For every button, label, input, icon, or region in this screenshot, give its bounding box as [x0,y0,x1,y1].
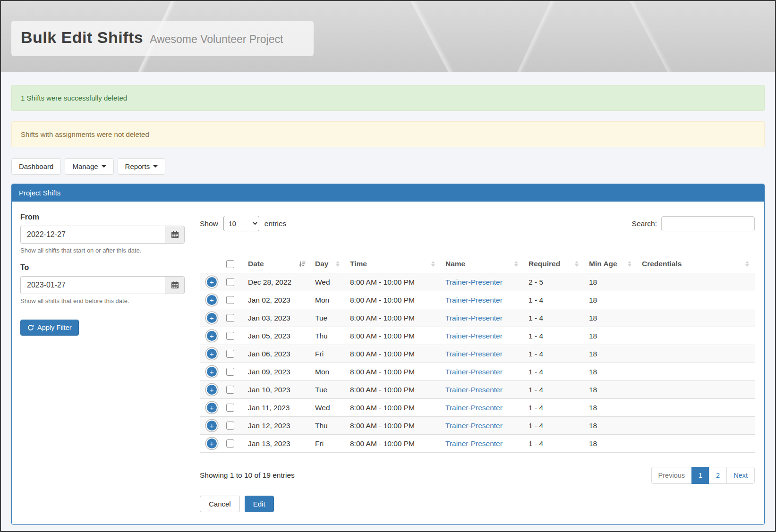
shift-name-link[interactable]: Trainer-Presenter [445,386,503,394]
apply-filter-button[interactable]: Apply Filter [20,320,79,336]
cell-select [222,381,243,399]
cell-credentials [637,273,755,291]
shift-name-link[interactable]: Trainer-Presenter [445,404,503,412]
expand-row-button[interactable]: + [207,331,217,341]
nav-reports-button[interactable]: Reports [118,158,166,175]
cell-day: Tue [310,309,345,327]
cell-min-age: 18 [584,417,637,435]
search-input[interactable] [661,216,755,231]
sort-icon [628,261,631,267]
cell-credentials [637,417,755,435]
expand-row-button[interactable]: + [207,367,217,377]
shift-name-link[interactable]: Trainer-Presenter [445,368,503,376]
plus-icon: + [210,404,214,412]
row-checkbox[interactable] [226,332,234,340]
from-calendar-addon[interactable] [165,226,185,244]
cell-select [222,291,243,309]
plus-icon: + [210,439,214,448]
shift-name-link[interactable]: Trainer-Presenter [445,332,503,340]
cell-time: 8:00 AM - 10:00 PM [345,291,441,309]
column-header-credentials[interactable]: Credentials [637,256,755,273]
column-header-min-age[interactable]: Min Age [584,256,637,273]
cell-select [222,417,243,435]
column-header-day[interactable]: Day [310,256,345,273]
show-label: Show [200,220,218,228]
pagination-page-1[interactable]: 1 [691,467,709,484]
row-checkbox[interactable] [226,439,234,448]
cell-min-age: 18 [584,435,637,453]
expand-row-button[interactable]: + [207,313,217,323]
cell-date: Jan 06, 2023 [243,345,310,363]
expand-row-button[interactable]: + [207,295,217,305]
column-label-day: Day [315,260,328,268]
select-all-header[interactable] [222,256,243,273]
shift-name-link[interactable]: Trainer-Presenter [445,278,503,286]
pagination-page-2[interactable]: 2 [709,467,727,484]
expand-row-button[interactable]: + [207,439,217,448]
cell-min-age: 18 [584,399,637,417]
row-checkbox[interactable] [226,386,234,394]
shift-name-link[interactable]: Trainer-Presenter [445,439,503,448]
row-checkbox[interactable] [226,422,234,430]
column-label-date: Date [248,260,264,268]
cell-date: Jan 03, 2023 [243,309,310,327]
cell-min-age: 18 [584,309,637,327]
cell-name: Trainer-Presenter [441,363,524,381]
cell-day: Wed [310,273,345,291]
table-row: + Jan 11, 2023 Wed 8:00 AM - 10:00 PM Tr… [200,399,755,417]
cell-required: 1 - 4 [524,291,584,309]
column-header-date[interactable]: Date [243,256,310,273]
expand-row-button[interactable]: + [207,277,217,287]
shifts-table: Date [200,256,755,453]
pagination-next[interactable]: Next [726,467,755,484]
shift-name-link[interactable]: Trainer-Presenter [445,422,503,430]
cell-credentials [637,363,755,381]
row-checkbox[interactable] [226,368,234,376]
row-checkbox[interactable] [226,350,234,358]
cell-name: Trainer-Presenter [441,291,524,309]
expand-row-button[interactable]: + [207,385,217,395]
page-length-select[interactable]: 10 [223,216,259,231]
select-all-checkbox[interactable] [226,260,234,268]
nav-dashboard-button[interactable]: Dashboard [11,158,61,175]
to-label: To [20,263,187,272]
column-label-required: Required [529,260,560,268]
column-header-time[interactable]: Time [345,256,441,273]
showing-entries-text: Showing 1 to 10 of 19 entries [200,471,295,480]
table-footer: Showing 1 to 10 of 19 entries Previous 1… [200,467,755,484]
table-row: + Jan 10, 2023 Tue 8:00 AM - 10:00 PM Tr… [200,381,755,399]
project-shifts-panel: Project Shifts From [11,184,765,525]
page-banner: Bulk Edit Shifts Awesome Volunteer Proje… [1,1,775,72]
pagination: Previous 1 2 Next [651,467,755,484]
expand-row-button[interactable]: + [207,403,217,413]
column-header-name[interactable]: Name [441,256,524,273]
to-date-input[interactable] [20,276,165,294]
shift-name-link[interactable]: Trainer-Presenter [445,296,503,304]
edit-button[interactable]: Edit [245,496,274,512]
shift-name-link[interactable]: Trainer-Presenter [445,350,503,358]
cell-expand: + [200,363,222,381]
caret-down-icon [153,165,158,168]
column-label-time: Time [350,260,367,268]
expand-row-button[interactable]: + [207,421,217,431]
title-box: Bulk Edit Shifts Awesome Volunteer Proje… [11,21,314,56]
plus-icon: + [210,314,214,322]
to-calendar-addon[interactable] [165,276,185,294]
pagination-previous[interactable]: Previous [651,467,692,484]
row-checkbox[interactable] [226,296,234,304]
expand-row-button[interactable]: + [207,349,217,359]
sort-icon [745,261,749,267]
nav-manage-button[interactable]: Manage [65,158,113,175]
row-checkbox[interactable] [226,404,234,412]
column-header-required[interactable]: Required [524,256,584,273]
table-header-row: Date [200,256,755,273]
from-date-input[interactable] [20,226,165,244]
table-row: + Jan 05, 2023 Thu 8:00 AM - 10:00 PM Tr… [200,327,755,345]
cell-min-age: 18 [584,273,637,291]
shift-name-link[interactable]: Trainer-Presenter [445,314,503,322]
cell-select [222,309,243,327]
row-checkbox[interactable] [226,314,234,322]
cancel-button[interactable]: Cancel [200,496,240,512]
row-checkbox[interactable] [226,278,234,286]
cell-required: 1 - 4 [524,309,584,327]
